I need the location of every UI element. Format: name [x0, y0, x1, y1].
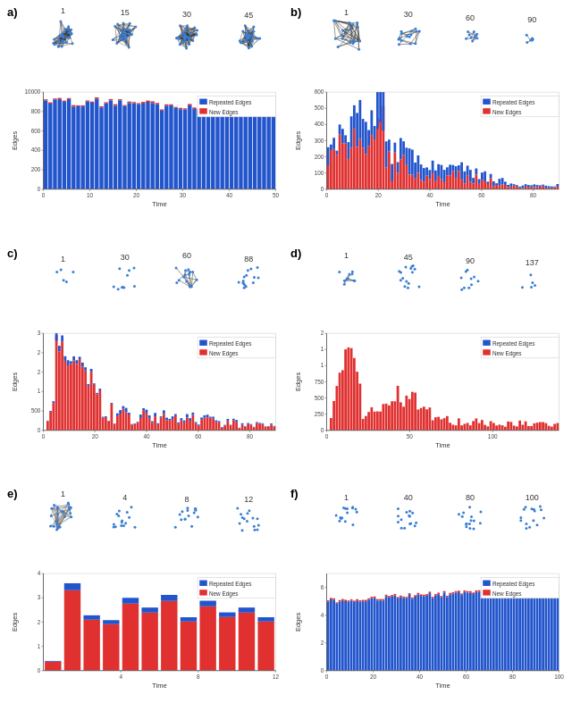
svg-point-1149 — [247, 269, 249, 272]
svg-rect-1797 — [376, 601, 379, 671]
chart-area-b: 0100200300400500600020406080EdgesTimeRep… — [290, 52, 567, 241]
svg-point-450 — [185, 46, 188, 49]
svg-rect-1455 — [484, 424, 486, 430]
svg-point-1157 — [246, 273, 248, 276]
svg-point-1365 — [352, 279, 355, 281]
svg-rect-1014 — [490, 174, 492, 179]
svg-rect-1825 — [416, 595, 419, 671]
svg-rect-1007 — [481, 180, 484, 189]
svg-rect-1947 — [483, 581, 491, 586]
svg-rect-1407 — [344, 349, 347, 431]
svg-point-1578 — [69, 512, 72, 515]
svg-point-460 — [182, 41, 185, 44]
thumb-item: 30 — [94, 253, 156, 293]
svg-text:Time: Time — [435, 441, 450, 449]
svg-rect-1905 — [533, 587, 535, 671]
svg-rect-1094 — [49, 264, 78, 293]
svg-point-1385 — [460, 276, 463, 279]
svg-rect-719 — [253, 109, 257, 189]
svg-rect-1667 — [219, 613, 235, 617]
svg-text:Edges: Edges — [11, 131, 19, 150]
svg-rect-1450 — [469, 425, 472, 431]
svg-rect-1405 — [339, 372, 341, 431]
svg-rect-1799 — [379, 601, 382, 672]
svg-point-887 — [470, 37, 473, 39]
svg-rect-1775 — [344, 601, 347, 671]
svg-point-602 — [247, 32, 249, 35]
svg-rect-908 — [335, 151, 338, 155]
svg-point-438 — [189, 32, 191, 35]
svg-point-615 — [248, 46, 251, 48]
thumb-label: 30 — [182, 10, 191, 19]
svg-rect-1695 — [199, 590, 207, 596]
svg-rect-1821 — [411, 599, 414, 671]
panel-c: c)130608805001223020406080EdgesTimeRepea… — [4, 245, 285, 484]
svg-text:Time: Time — [435, 200, 450, 208]
svg-rect-1467 — [518, 420, 521, 430]
svg-rect-670 — [141, 102, 145, 104]
svg-rect-1456 — [486, 426, 489, 430]
svg-rect-995 — [463, 184, 466, 189]
svg-rect-637 — [63, 102, 66, 189]
svg-rect-1194 — [96, 393, 98, 395]
svg-point-1150 — [250, 267, 253, 270]
svg-point-1096 — [59, 268, 62, 271]
svg-rect-1845 — [446, 598, 449, 671]
svg-point-1607 — [128, 516, 130, 519]
svg-point-307 — [130, 33, 133, 36]
svg-point-149 — [70, 32, 72, 35]
svg-point-1710 — [350, 507, 353, 510]
svg-rect-1766 — [332, 598, 335, 600]
svg-point-598 — [245, 38, 248, 41]
svg-rect-1163 — [52, 403, 55, 431]
svg-text:10: 10 — [87, 192, 94, 198]
svg-rect-1002 — [472, 178, 475, 183]
thumb-svg — [392, 20, 425, 52]
svg-point-1396 — [530, 286, 533, 289]
svg-rect-713 — [239, 114, 242, 188]
svg-rect-1410 — [353, 357, 356, 430]
svg-rect-1054 — [548, 186, 551, 188]
svg-point-1629 — [180, 519, 182, 522]
svg-rect-1281 — [223, 425, 226, 431]
svg-rect-1056 — [551, 187, 553, 188]
svg-point-1136 — [196, 278, 198, 280]
svg-rect-1787 — [362, 601, 365, 671]
svg-point-1379 — [410, 264, 413, 267]
svg-point-1644 — [240, 514, 242, 516]
svg-rect-1855 — [460, 596, 463, 672]
svg-point-613 — [256, 38, 258, 40]
svg-rect-1293 — [241, 424, 244, 430]
svg-rect-1867 — [478, 592, 481, 671]
svg-text:0: 0 — [325, 674, 329, 681]
svg-point-1383 — [407, 286, 409, 289]
svg-rect-1296 — [244, 426, 247, 427]
svg-point-1626 — [187, 509, 189, 512]
svg-rect-1175 — [70, 364, 72, 430]
svg-rect-1804 — [388, 596, 391, 598]
svg-point-818 — [333, 38, 336, 40]
svg-rect-1770 — [339, 600, 341, 602]
svg-rect-1288 — [232, 418, 235, 420]
svg-rect-1432 — [416, 409, 419, 430]
svg-rect-1863 — [472, 594, 475, 671]
thumb-svg — [46, 16, 81, 52]
svg-point-858 — [414, 28, 416, 30]
svg-rect-1454 — [481, 420, 484, 431]
thumb-label: 1 — [61, 490, 65, 498]
svg-rect-1315 — [273, 426, 275, 430]
thumb-svg — [169, 20, 205, 52]
svg-rect-1897 — [521, 593, 524, 671]
thumb-svg — [393, 263, 424, 293]
svg-rect-1474 — [539, 422, 542, 430]
svg-point-620 — [252, 30, 255, 33]
svg-rect-1448 — [463, 423, 466, 430]
thumb-label: 137 — [526, 258, 539, 267]
svg-rect-1236 — [156, 423, 159, 423]
svg-rect-1437 — [432, 420, 434, 430]
svg-rect-968 — [423, 168, 425, 181]
panel-e: e)14812012344812EdgesTimeRepeated EdgesN… — [4, 485, 285, 724]
thumb-item: 100 — [501, 493, 563, 533]
svg-rect-1395 — [519, 268, 544, 293]
svg-point-308 — [114, 25, 116, 28]
